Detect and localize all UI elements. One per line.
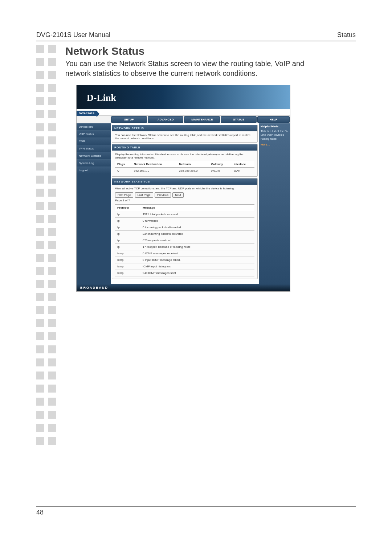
brand-logo: D-Link (87, 93, 116, 103)
previous-button[interactable]: Previous (155, 192, 171, 198)
sidebar-item-device-info[interactable]: Device Info (77, 123, 111, 131)
nav-status[interactable]: STATUS (221, 116, 257, 123)
col-message: Message (140, 205, 254, 211)
sidebar-item-system-log[interactable]: System Log (77, 160, 111, 167)
doc-header-left: DVG-2101S User Manual (36, 31, 110, 39)
routing-table-panel: ROUTING TABLE Display the routing inform… (112, 144, 258, 177)
cell-gateway: 0.0.0.0 (209, 168, 232, 174)
sidebar-item-network-statistic[interactable]: NetWork Statistic (77, 152, 111, 160)
cell-message: 1521 total packets received (140, 211, 254, 218)
col-gateway: Gateway (209, 161, 232, 168)
cell-protocol: Icmp (115, 270, 140, 276)
table-row: IcmpICMP input histogram: (115, 263, 254, 270)
doc-header-right: Status (337, 31, 356, 39)
cell-protocol: Ip (115, 218, 140, 224)
page-info: Page 1 of 7 (115, 199, 254, 202)
network-statistics-heading: NETWORK STATISITCS (112, 178, 257, 185)
table-row: Ip17 dropped because of missing route (115, 244, 254, 250)
cell-protocol: Ip (115, 244, 140, 250)
sidebar-item-voip-status[interactable]: VoIP Status (77, 131, 111, 138)
cell-message: 670 requests sent out (140, 237, 254, 244)
cell-flags: U (115, 168, 132, 174)
page-title: Network Status (65, 45, 356, 57)
network-statistics-text: View all active TCP conections and the T… (115, 187, 254, 190)
sidebar-item-logout[interactable]: Logout (77, 167, 111, 174)
cell-protocol: Ip (115, 231, 140, 237)
routing-table: Flags Network Destination Netmask Gatewa… (115, 161, 254, 174)
intro-text: You can use the Network Status screen to… (65, 59, 319, 78)
statistics-table: Protocol Message Ip1521 total packets re… (115, 204, 254, 276)
cell-message: 0 input ICMP message failed. (140, 257, 254, 263)
top-nav: SETUP ADVANCED MAINTENANCE STATUS HELP (77, 116, 290, 123)
first-page-button[interactable]: First Page (115, 192, 133, 198)
help-text: This is a list of the D-Link VoIP device… (261, 130, 288, 141)
cell-protocol: Ip (115, 211, 140, 218)
sidebar-item-cdr[interactable]: CDR (77, 138, 111, 145)
col-network-destination: Network Destination (132, 161, 177, 168)
decorative-block-column (36, 45, 58, 450)
cell-message: ICMP input histogram: (140, 263, 254, 270)
cell-message: 0 incoming packets discarded (140, 224, 254, 231)
cell-protocol: Ip (115, 237, 140, 244)
main-panel: NETWORK STATUS You can use the Network S… (111, 123, 259, 284)
router-ui-screenshot: D-Link DVG-2101S SETUP ADVANCED MAINTENA… (76, 85, 290, 292)
cell-message: 949 ICMP messages sent (140, 270, 254, 276)
brand-bar: D-Link (77, 85, 290, 109)
cell-message: 0 forwarded (140, 218, 254, 224)
table-row: Ip234 incoming packets delivered (115, 231, 254, 237)
cell-protocol: Icmp (115, 257, 140, 263)
last-page-button[interactable]: Last Page (135, 192, 153, 198)
col-netmask: Netmask (177, 161, 209, 168)
help-heading: Helpful Hints… (261, 125, 288, 128)
nav-help[interactable]: HELP (257, 116, 290, 123)
table-row: Icmp0 input ICMP message failed. (115, 257, 254, 263)
network-status-text: You can use the Network Status screen to… (112, 131, 257, 142)
table-row: Ip670 requests sent out (115, 237, 254, 244)
table-row: Ip1521 total packets received (115, 211, 254, 218)
nav-advanced[interactable]: ADVANCED (148, 116, 184, 123)
table-row: Icmp949 ICMP messages sent (115, 270, 254, 276)
cell-message: 17 dropped because of missing route (140, 244, 254, 250)
cell-netmask: 255.255.255.0 (177, 168, 209, 174)
more-link[interactable]: More… (261, 143, 288, 146)
footer-bar: BROADBAND (77, 284, 290, 291)
sidebar-item-vpn-status[interactable]: VPN Status (77, 145, 111, 152)
page-number: 48 (36, 509, 44, 516)
cell-destination: 192.168.1.0 (132, 168, 177, 174)
table-row: Ip0 incoming packets discarded (115, 224, 254, 231)
routing-table-text: Display the routing information this dev… (115, 153, 254, 159)
nav-maintenance[interactable]: MAINTENANCE (184, 116, 220, 123)
network-status-panel: NETWORK STATUS You can use the Network S… (112, 125, 258, 143)
cell-message: 0 ICMP messages received (140, 250, 254, 257)
col-protocol: Protocol (115, 205, 140, 211)
model-row: DVG-2101S (77, 109, 290, 116)
network-status-heading: NETWORK STATUS (112, 125, 257, 131)
nav-setup[interactable]: SETUP (111, 116, 147, 123)
cell-protocol: Icmp (115, 250, 140, 257)
table-row: Icmp0 ICMP messages received (115, 250, 254, 257)
sidebar: Device Info VoIP Status CDR VPN Status N… (77, 123, 111, 284)
network-statistics-panel: NETWORK STATISITCS View all active TCP c… (112, 178, 258, 279)
routing-table-heading: ROUTING TABLE (112, 144, 257, 151)
cell-message: 234 incoming packets delivered (140, 231, 254, 237)
model-tab: DVG-2101S (77, 111, 97, 116)
help-panel: Helpful Hints… This is a list of the D-L… (259, 123, 290, 284)
col-flags: Flags (115, 161, 132, 168)
table-row: Ip0 forwarded (115, 218, 254, 224)
table-row: U 192.168.1.0 255.255.255.0 0.0.0.0 WAN (115, 168, 254, 174)
cell-protocol: Icmp (115, 263, 140, 270)
cell-protocol: Ip (115, 224, 140, 231)
cell-interface: WAN (232, 168, 254, 174)
footer-rule (36, 506, 356, 507)
header-rule (36, 41, 356, 41)
pager: First Page Last Page Previous Next Page … (115, 192, 254, 202)
col-interface: Interface (232, 161, 254, 168)
next-button[interactable]: Next (172, 192, 183, 198)
